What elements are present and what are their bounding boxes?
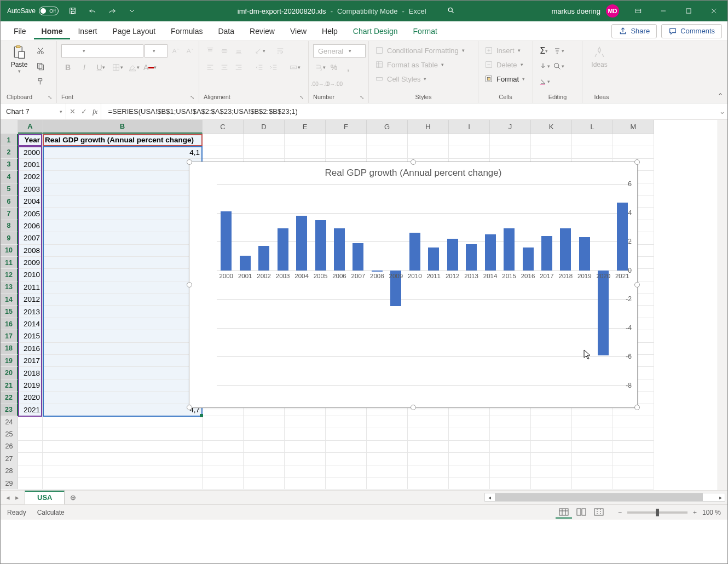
tab-nav-next-icon[interactable]: ▸ [15,493,19,502]
cell[interactable] [490,477,531,490]
cell[interactable]: 2010 [18,269,43,281]
chart-bar[interactable] [278,228,288,270]
row-header-2[interactable]: 2 [1,146,18,158]
decrease-decimal-icon[interactable]: .0→.00 [327,77,340,90]
comma-icon[interactable]: , [342,61,355,74]
redo-icon[interactable] [103,3,121,19]
chart-bar[interactable] [258,246,269,271]
cell[interactable] [18,477,43,490]
cell[interactable] [408,441,449,453]
format-cells-button[interactable]: Format▾ [483,73,527,85]
chart-bar[interactable] [466,244,477,270]
cell[interactable] [43,183,203,195]
cell[interactable] [613,441,654,453]
align-center-icon[interactable] [218,61,231,74]
cell[interactable] [572,146,613,158]
cell[interactable] [285,441,326,453]
tab-help[interactable]: Help [314,23,345,39]
cell[interactable]: 2002 [18,171,43,183]
col-header-A[interactable]: A [18,120,43,134]
cut-icon[interactable] [34,44,47,57]
row-header-4[interactable]: 4 [1,171,18,183]
accept-formula-icon[interactable]: ✓ [81,107,87,116]
autosave-toggle[interactable]: AutoSave Off [7,7,59,15]
cell[interactable] [203,477,244,490]
format-painter-icon[interactable] [34,75,47,88]
row-header-23[interactable]: 23 [1,404,18,416]
decrease-indent-icon[interactable] [253,61,266,74]
tab-format[interactable]: Format [406,23,445,39]
chart-bar[interactable] [560,228,571,270]
search-icon[interactable] [447,7,455,16]
cell[interactable]: 2012 [18,293,43,306]
cell[interactable] [449,441,490,453]
row-header-15[interactable]: 15 [1,306,18,318]
account-area[interactable]: markus doering MD [551,4,619,18]
cell[interactable] [326,477,367,490]
align-top-icon[interactable] [204,44,217,57]
row-header-11[interactable]: 11 [1,257,18,269]
fill-icon[interactable]: ▾ [538,60,551,73]
cell[interactable] [285,477,326,490]
cell[interactable]: 4,7 [43,404,203,416]
vertical-scrollbar[interactable] [718,120,727,490]
cancel-formula-icon[interactable]: ✕ [70,107,76,116]
col-header-J[interactable]: J [490,120,531,134]
cell[interactable] [408,134,449,146]
cell[interactable]: 2004 [18,195,43,208]
borders-icon[interactable]: ▾ [111,61,124,74]
cell[interactable] [490,416,531,428]
col-header-K[interactable]: K [531,120,572,134]
cell[interactable] [326,134,367,146]
cell[interactable] [449,416,490,428]
sheet-tab-usa[interactable]: USA [25,491,65,504]
cell[interactable] [572,477,613,490]
zoom-out-icon[interactable]: − [618,509,622,516]
qa-customize-icon[interactable] [123,3,141,19]
undo-icon[interactable] [84,3,101,19]
col-header-H[interactable]: H [408,120,449,134]
row-header-25[interactable]: 25 [1,428,18,440]
align-right-icon[interactable] [232,61,245,74]
cell[interactable] [613,428,654,440]
chart-plot-area[interactable]: -8-6-4-202462000200120022003200420052006… [217,184,632,385]
cell[interactable]: 2011 [18,281,43,293]
page-break-view-icon[interactable] [591,507,607,519]
col-header-G[interactable]: G [367,120,408,134]
cell[interactable] [449,465,490,477]
chart-bar[interactable] [485,234,496,271]
cell[interactable] [203,416,244,428]
tab-file[interactable]: File [6,23,34,39]
dialog-launcher-icon[interactable]: ⤡ [299,94,304,100]
cell[interactable] [326,453,367,465]
align-bottom-icon[interactable] [232,44,245,57]
formula-input[interactable]: =SERIES(USA!$B$1;USA!$A$2:$A$23;USA!$B$2… [101,103,717,119]
name-box[interactable]: Chart 7▾ [1,103,66,119]
tab-insert[interactable]: Insert [70,23,105,39]
cell[interactable] [18,453,43,465]
autosum-icon[interactable]: Σ▾ [538,44,551,57]
align-middle-icon[interactable] [218,44,231,57]
cell[interactable] [43,355,203,367]
row-header-12[interactable]: 12 [1,269,18,281]
cell[interactable] [490,146,531,158]
increase-font-icon[interactable] [169,44,182,57]
cell[interactable] [43,441,203,453]
cell[interactable] [531,465,572,477]
minimize-icon[interactable] [651,1,676,21]
cell[interactable] [449,146,490,158]
cell[interactable]: 2019 [18,379,43,392]
cell[interactable] [244,453,285,465]
col-header-M[interactable]: M [613,120,654,134]
cell-styles-button[interactable]: Cell Styles▾ [373,73,428,85]
cell[interactable]: 2018 [18,367,43,379]
cell[interactable]: 2015 [18,330,43,342]
cell[interactable] [285,465,326,477]
cell[interactable] [613,453,654,465]
row-header-29[interactable]: 29 [1,477,18,490]
cell[interactable]: 2020 [18,392,43,404]
chart-bar[interactable] [617,203,628,271]
cell[interactable] [490,441,531,453]
row-header-7[interactable]: 7 [1,208,18,220]
dialog-launcher-icon[interactable]: ⤡ [190,94,194,100]
